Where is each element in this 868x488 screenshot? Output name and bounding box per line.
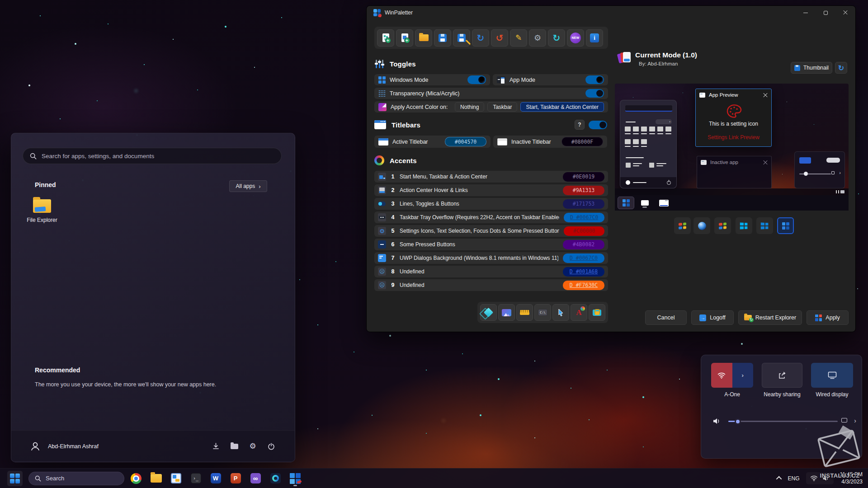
taskbar-app-word[interactable]: W [208,470,224,487]
taskbar-app-terminal[interactable]: ›_ [188,470,204,487]
whats-new-button[interactable]: NEW [567,29,584,47]
winpaletter-icon [290,473,301,484]
new-windows-theme-button[interactable] [396,29,413,47]
network-expand-chevron[interactable]: › [732,363,754,388]
wired-display-tile[interactable] [811,363,853,388]
app-mode-toggle[interactable] [585,75,604,84]
user-account-button[interactable]: Abd-Elrhman Ashraf [29,441,99,452]
about-button[interactable]: i [586,29,603,47]
accent-row-5[interactable]: ⚙ 5 Settings Icons, Text Selection, Focu… [374,225,608,237]
accent-row-1[interactable]: 1 Start Menu, Taskbar & Action Center #0… [374,171,608,183]
thumbnail-button[interactable]: Thumbnail [791,62,832,74]
search-icon [35,475,41,482]
close-icon[interactable] [763,160,768,164]
style-windows-10-button[interactable] [756,217,773,234]
downloads-icon[interactable] [210,441,221,452]
app-preview-titlebar: App Preview [696,89,771,101]
redo-button[interactable]: ↺ [491,29,508,47]
lockscreen-button[interactable] [589,304,605,321]
settings-link-preview[interactable]: Settings Link Preview [696,134,771,141]
inactive-titlebar-color-pill[interactable]: #08000F [561,137,603,146]
accent-row-2[interactable]: 2 Action Center Hover & Links #9A1313 [374,184,608,196]
accent-color-pill[interactable]: D #001A68 [563,267,604,277]
taskbar-app-powerpoint[interactable]: P [227,470,244,487]
accent-color-pill[interactable]: D #0067C0 [563,253,604,263]
volume-slider-knob[interactable] [735,418,741,425]
tab-active-window-preview[interactable] [656,197,672,209]
accent-color-pill[interactable]: #C00000 [564,226,604,236]
taskbar-app-photos[interactable] [168,470,184,487]
accent-color-pill[interactable]: #4B0082 [563,240,604,249]
style-windows-11-button[interactable] [777,217,794,234]
accent-number: 3 [391,201,395,207]
start-menu-accent-icon [378,173,386,181]
tab-start-menu-preview[interactable] [618,197,634,209]
power-icon[interactable] [266,441,277,452]
speaker-icon[interactable] [712,417,721,426]
refresh-button[interactable]: ↻ [548,29,565,47]
accent-number: 1 [391,174,395,180]
undo-button[interactable]: ↻ [472,29,489,47]
taskbar-app-edge[interactable] [267,470,283,487]
console-button[interactable]: C:\ [534,304,551,321]
hidden-icons-chevron[interactable] [776,476,782,482]
accent-row-8[interactable]: ☹ 8 Undefined D #001A68 [374,266,608,277]
pinned-app-file-explorer[interactable]: File Explorer [20,199,64,223]
cursors-button[interactable] [552,304,569,321]
accent-option-taskbar[interactable]: Taskbar [487,102,517,112]
close-icon[interactable] [763,93,768,97]
metrics-button[interactable] [516,304,533,321]
titlebars-toggle[interactable] [589,121,607,129]
refresh-preview-button[interactable]: ↻ [835,62,847,74]
accent-row-3[interactable]: 3 Lines, Toggles & Buttons #171753 [374,198,608,210]
nearby-sharing-tile[interactable] [762,363,802,388]
settings-button[interactable]: ⚙ [529,29,546,47]
wallpaper-button[interactable] [498,304,515,321]
style-windows-xp-button[interactable] [674,217,691,234]
start-button[interactable] [7,471,23,486]
new-theme-button[interactable] [377,29,394,47]
tab-inactive-window-preview[interactable] [637,197,653,209]
cancel-button[interactable]: Cancel [645,310,687,325]
settings-gear-icon[interactable]: ⚙ [247,441,258,452]
accent-option-nothing[interactable]: Nothing [455,102,484,112]
language-indicator[interactable]: ENG [788,475,800,482]
transparency-toggle[interactable] [585,89,604,98]
save-theme-as-button[interactable] [453,29,470,47]
accent-row-6[interactable]: 6 Some Pressed Buttons #4B0082 [374,239,608,250]
open-theme-button[interactable] [415,29,432,47]
logoff-button[interactable]: → Logoff [691,310,734,325]
accent-option-start-taskbar-action-center[interactable]: Start, Taskbar & Action Center [520,102,604,112]
fonts-button[interactable]: A [571,304,587,321]
volume-slider-track[interactable] [728,421,838,422]
restart-explorer-button[interactable]: Restart Explorer [738,310,802,325]
accent-color-pill[interactable]: #0E0019 [563,172,604,182]
style-windows-7-button[interactable] [714,217,731,234]
taskbar-app-visual-studio[interactable]: ∞ [247,470,264,487]
windows-mode-toggle[interactable] [467,75,486,84]
taskbar-search[interactable]: Search [28,472,124,485]
taskbar-app-file-explorer[interactable] [148,470,164,487]
accent-row-9[interactable]: ☹ 9 Undefined D #F7630C [374,279,608,291]
accent-row-4[interactable]: 4 Taskbar Tray Overflow (Requires 22H2, … [374,211,608,223]
wifi-network-tile[interactable]: › [711,363,753,388]
titlebars-help-button[interactable]: ? [575,120,585,130]
edit-theme-button[interactable]: ✎ [510,29,527,47]
accent-color-pill[interactable]: D #F7630C [563,281,604,290]
accent-color-pill[interactable]: #171753 [563,199,604,209]
accent-color-pill[interactable]: #9A1313 [563,186,604,195]
accent-color-pill[interactable]: D #0067C0 [564,213,604,222]
style-windows-8-button[interactable] [736,217,752,234]
style-windows-vista-button[interactable] [693,217,710,234]
backgrounds-button[interactable] [480,304,497,321]
save-theme-button[interactable] [434,29,451,47]
start-search-input[interactable]: Search for apps, settings, and documents [23,148,282,164]
active-titlebar-color-pill[interactable]: #004570 [445,137,486,146]
preview-app-grid-row1 [625,127,671,134]
apply-button[interactable]: Apply [807,310,849,325]
taskbar-app-winpaletter[interactable] [287,470,303,487]
folder-icon[interactable] [229,441,240,452]
taskbar-app-chrome[interactable] [128,470,144,487]
all-apps-button[interactable]: All apps [229,180,267,192]
accent-row-7[interactable]: 7 UWP Dialogs Background (Windows 8.1 re… [374,252,608,264]
